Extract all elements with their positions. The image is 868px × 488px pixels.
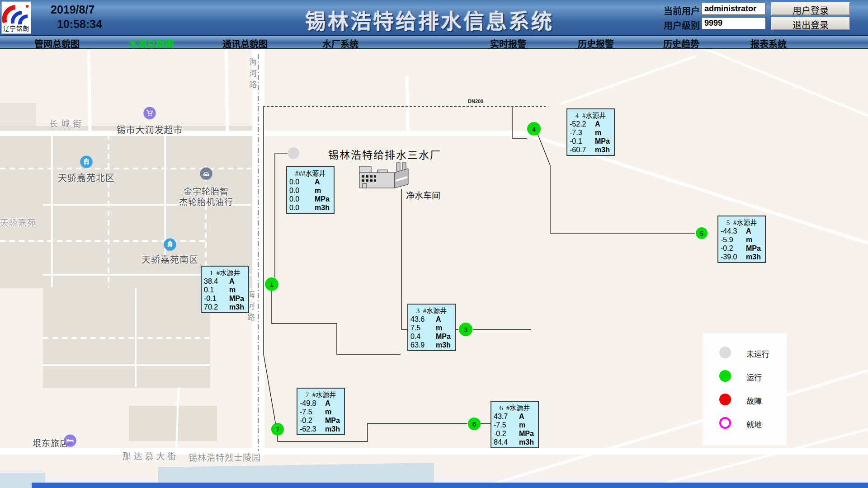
datetime: 2019/8/7 10:58:34 — [51, 2, 102, 31]
well-data-box: 4 #水源井-52.2A-7.3m-0.1MPa-60.7m3h — [566, 108, 615, 156]
well-unit: m — [315, 186, 321, 195]
legend-panel: 未运行运行故障就地 — [703, 333, 787, 445]
workshop-label: 净水车间 — [406, 189, 440, 201]
date-text: 2019/8/7 — [51, 2, 102, 17]
well-box-row: 0.4MPa — [408, 332, 455, 341]
map-label: 天骄嘉苑北区 — [58, 171, 115, 184]
well-box-row: -62.3m3h — [297, 425, 344, 433]
well-unit: m — [595, 128, 601, 137]
well-box-row: -0.1MPa — [202, 294, 248, 303]
well-marker-4[interactable]: 4 — [527, 122, 541, 136]
well-marker-6[interactable]: 6 — [468, 418, 481, 430]
well-unit: MPa — [595, 137, 610, 145]
well-value: 38.4 — [204, 277, 229, 286]
nav-item-水厂系统[interactable]: 水厂系统 — [322, 37, 359, 50]
well-value: 84.4 — [494, 438, 519, 446]
well-unit: MPa — [436, 332, 451, 341]
well-box-row: 0.0MPa — [287, 195, 334, 203]
well-value: 63.9 — [410, 341, 436, 349]
nav-bar: 管网总貌图水源总貌图通讯总貌图水厂系统实时报警历史报警历史趋势报表系统 — [0, 35, 868, 49]
logout-button[interactable]: 退出登录 — [771, 17, 850, 30]
well-box-row: 70.2m3h — [202, 303, 248, 311]
map-label: 长城街 — [49, 117, 85, 129]
cart-icon — [144, 107, 156, 119]
current-user-field[interactable] — [702, 3, 766, 15]
well-value: 0.4 — [410, 332, 436, 341]
well-box-title: 4 #水源井 — [567, 109, 614, 120]
well-marker-1[interactable]: 1 — [265, 277, 278, 291]
well-unit: A — [325, 399, 330, 408]
well-box-row: 38.4A — [202, 277, 248, 286]
well-box-row: -0.2MPa — [297, 416, 344, 425]
well-box-row: -49.8A — [297, 399, 344, 408]
user-level-field[interactable] — [702, 17, 766, 29]
well-unit: A — [436, 315, 441, 324]
well-box-row: -0.1MPa — [567, 137, 614, 145]
well-unit: A — [229, 277, 235, 286]
well-value: -7.5 — [300, 408, 325, 416]
well-box-row: -7.5m — [297, 408, 344, 416]
legend-dot — [719, 347, 731, 358]
well-data-box: 3 #水源井43.6A7.5m0.4MPa63.9m3h — [407, 304, 456, 351]
nav-item-通讯总貌图[interactable]: 通讯总貌图 — [222, 37, 268, 50]
well-value: 43.7 — [494, 412, 519, 421]
logo-icon — [2, 2, 31, 25]
well-box-row: 0.0A — [287, 178, 334, 186]
current-user-label: 当前用户 — [664, 4, 700, 17]
nav-item-历史趋势[interactable]: 历史趋势 — [663, 37, 699, 50]
well-value: -52.2 — [570, 120, 595, 128]
legend-label: 运行 — [746, 371, 762, 383]
well-data-box: 7 #水源井-49.8A-7.5m-0.2MPa-62.3m3h — [297, 388, 345, 435]
well-unit: MPa — [325, 416, 340, 425]
well-value: -7.3 — [570, 128, 595, 137]
well-value: 70.2 — [204, 303, 229, 311]
well-value: -0.2 — [494, 429, 519, 438]
well-marker-5[interactable]: 5 — [696, 227, 708, 239]
well-box-title: 7 #水源井 — [297, 389, 344, 399]
time-text: 10:58:34 — [51, 17, 102, 31]
well-box-row: 0.0m — [287, 186, 334, 195]
map-area[interactable]: 锡林浩特给排水三水厂 净水车间 DN200 未运行运行故障就地 长城街锡市大润发… — [0, 49, 868, 488]
well-marker-unnumbered[interactable] — [288, 147, 299, 159]
well-value: -0.1 — [570, 137, 595, 145]
well-unit: MPa — [315, 195, 330, 203]
well-value: -0.2 — [721, 244, 746, 253]
well-unit: m3h — [315, 203, 330, 212]
company-logo: 辽宁铭朗 — [1, 1, 31, 34]
nav-item-水源总貌图[interactable]: 水源总貌图 — [129, 37, 174, 50]
well-box-row: -7.5m — [491, 421, 538, 429]
well-box-title: 5 #水源井 — [718, 216, 765, 227]
nav-item-管网总貌图[interactable]: 管网总貌图 — [34, 37, 80, 50]
well-value: -0.1 — [204, 294, 229, 303]
well-value: 0.0 — [289, 195, 315, 203]
well-unit: m3h — [229, 303, 244, 311]
nav-item-历史报警[interactable]: 历史报警 — [578, 37, 614, 50]
pipe-diameter-label: DN200 — [468, 99, 483, 104]
well-unit: m3h — [519, 438, 534, 446]
map-label: 锡市大润发超市 — [117, 123, 183, 136]
nav-item-实时报警[interactable]: 实时报警 — [490, 37, 526, 50]
legend-dot — [719, 370, 731, 382]
well-unit: MPa — [229, 294, 244, 303]
well-unit: A — [315, 178, 320, 186]
well-value: -44.3 — [721, 227, 746, 235]
map-label: 天骄嘉苑 — [0, 216, 36, 228]
well-value: 0.0 — [289, 186, 315, 195]
login-button[interactable]: 用户登录 — [771, 2, 850, 15]
well-value: 43.6 — [410, 315, 436, 324]
legend-label: 故障 — [746, 395, 762, 406]
well-unit: MPa — [519, 429, 534, 438]
header-bar: 辽宁铭朗 2019/8/7 10:58:34 锡林浩特给排水信息系统 当前用户 … — [0, 0, 868, 35]
car-icon — [200, 168, 212, 180]
well-marker-7[interactable]: 7 — [271, 423, 284, 436]
well-unit: m — [325, 408, 331, 416]
well-unit: A — [519, 412, 524, 421]
well-marker-3[interactable]: 3 — [459, 323, 472, 336]
well-box-row: -0.2MPa — [491, 429, 538, 438]
factory-icon — [359, 162, 415, 191]
well-value: -60.7 — [570, 145, 595, 154]
plant-title: 锡林浩特给排水三水厂 — [328, 146, 441, 162]
well-unit: m — [746, 235, 752, 244]
nav-item-报表系统[interactable]: 报表系统 — [750, 37, 787, 50]
well-box-row: 7.5m — [408, 324, 455, 332]
